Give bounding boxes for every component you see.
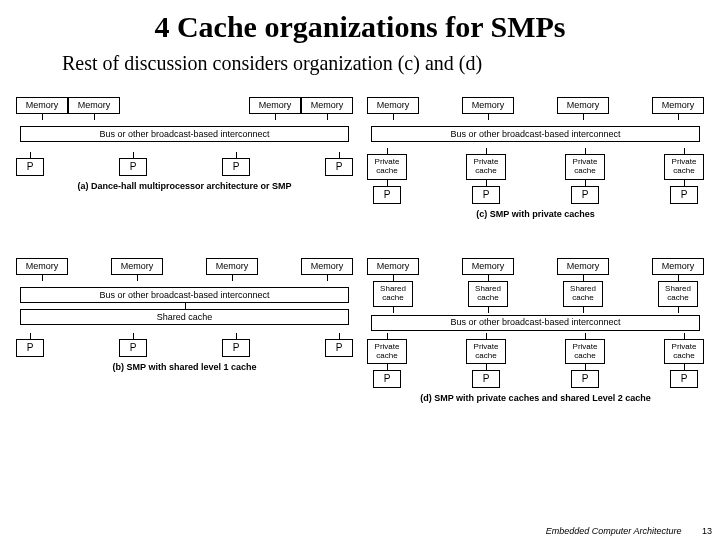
memory-box: Memory (652, 97, 704, 114)
footer: Embedded Computer Architecture 13 (546, 526, 712, 536)
bus-interconnect: Bus or other broadcast-based interconnec… (371, 126, 700, 142)
connector (488, 307, 489, 313)
connector (583, 114, 584, 120)
processor-box: P (670, 370, 698, 388)
processor-box: P (119, 158, 147, 176)
connector (678, 114, 679, 120)
private-cache-box: Privatecache (466, 154, 506, 180)
shared-cache-box: Sharedcache (658, 281, 698, 307)
bus-label: Bus or other broadcast-based interconnec… (450, 318, 620, 327)
memory-box: Memory (652, 258, 704, 275)
bus-interconnect: Bus or other broadcast-based interconnec… (20, 126, 349, 142)
panel-d-caption: (d) SMP with private caches and shared L… (361, 394, 710, 403)
connector (327, 275, 328, 281)
panel-b: Memory Memory Memory Memory Bus or other… (10, 250, 359, 405)
connector (94, 114, 95, 120)
private-cache-box: Privatecache (664, 339, 704, 365)
shared-cache-box: Sharedcache (563, 281, 603, 307)
panel-a: Memory Memory Memory Memory Bus or other… (10, 89, 359, 244)
connector (678, 307, 679, 313)
connector (583, 307, 584, 313)
panel-c: Memory Memory Memory Memory Bus or other… (361, 89, 710, 244)
memory-box: Memory (367, 258, 419, 275)
page-title: 4 Cache organizations for SMPs (0, 10, 720, 44)
processor-box: P (325, 339, 353, 357)
memory-box: Memory (16, 97, 68, 114)
footer-text: Embedded Computer Architecture (546, 526, 682, 536)
panel-d: MemorySharedcache MemorySharedcache Memo… (361, 250, 710, 405)
panel-b-caption: (b) SMP with shared level 1 cache (10, 363, 359, 372)
processor-box: P (119, 339, 147, 357)
memory-box: Memory (16, 258, 68, 275)
bus-interconnect: Bus or other broadcast-based interconnec… (371, 315, 700, 331)
connector (275, 114, 276, 120)
processor-box: P (373, 370, 401, 388)
memory-box: Memory (462, 258, 514, 275)
panel-c-caption: (c) SMP with private caches (361, 210, 710, 219)
connector (232, 275, 233, 281)
processor-box: P (571, 370, 599, 388)
connector (393, 114, 394, 120)
memory-box: Memory (249, 97, 301, 114)
bus-label: Bus or other broadcast-based interconnec… (99, 291, 269, 300)
memory-box: Memory (367, 97, 419, 114)
private-cache-box: Privatecache (565, 154, 605, 180)
private-cache-box: Privatecache (367, 339, 407, 365)
memory-box: Memory (206, 258, 258, 275)
processor-box: P (16, 339, 44, 357)
connector (42, 114, 43, 120)
bus-label: Bus or other broadcast-based interconnec… (450, 130, 620, 139)
processor-box: P (222, 158, 250, 176)
connector (327, 114, 328, 120)
processor-box: P (325, 158, 353, 176)
diagram-grid: Memory Memory Memory Memory Bus or other… (10, 89, 710, 405)
bus-label: Bus or other broadcast-based interconnec… (99, 130, 269, 139)
processor-box: P (472, 370, 500, 388)
private-cache-box: Privatecache (565, 339, 605, 365)
memory-box: Memory (111, 258, 163, 275)
panel-a-caption: (a) Dance-hall multiprocessor architectu… (10, 182, 359, 191)
shared-cache-box: Sharedcache (373, 281, 413, 307)
connector (488, 114, 489, 120)
memory-box: Memory (557, 97, 609, 114)
page-subtitle: Rest of discussion considers organizatio… (62, 52, 720, 75)
connector (42, 275, 43, 281)
connector (137, 275, 138, 281)
private-cache-box: Privatecache (367, 154, 407, 180)
memory-box: Memory (301, 258, 353, 275)
memory-box: Memory (301, 97, 353, 114)
memory-box: Memory (557, 258, 609, 275)
processor-box: P (16, 158, 44, 176)
processor-box: P (571, 186, 599, 204)
shared-cache-bar: Shared cache (20, 309, 349, 325)
processor-box: P (373, 186, 401, 204)
connector (393, 307, 394, 313)
memory-box: Memory (68, 97, 120, 114)
bus-interconnect: Bus or other broadcast-based interconnec… (20, 287, 349, 303)
shared-cache-label: Shared cache (157, 313, 213, 322)
shared-cache-box: Sharedcache (468, 281, 508, 307)
memory-box: Memory (462, 97, 514, 114)
processor-box: P (472, 186, 500, 204)
processor-box: P (222, 339, 250, 357)
private-cache-box: Privatecache (466, 339, 506, 365)
page-number: 13 (702, 526, 712, 536)
private-cache-box: Privatecache (664, 154, 704, 180)
processor-box: P (670, 186, 698, 204)
